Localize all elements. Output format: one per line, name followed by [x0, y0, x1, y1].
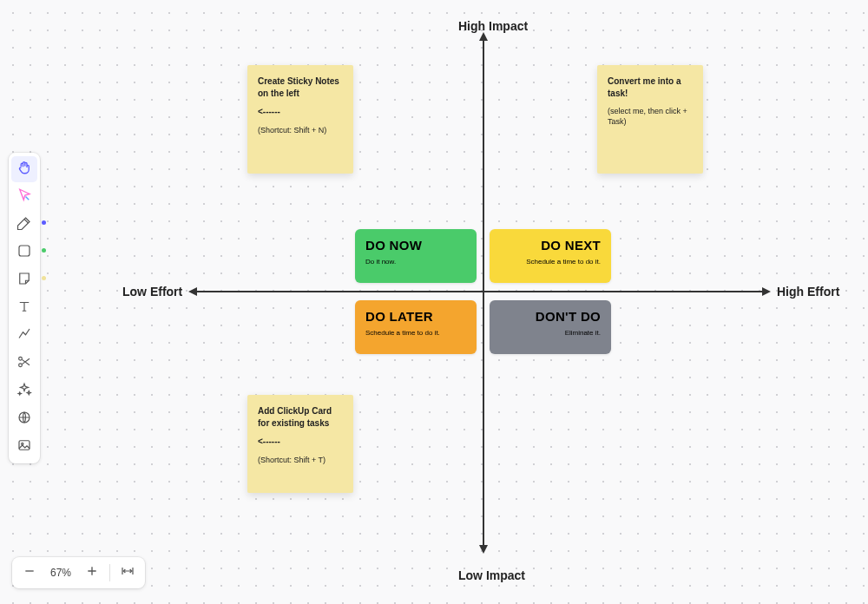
- quadrant-dont-do[interactable]: DON'T DO Eliminate it.: [490, 300, 611, 354]
- sticky-main-text: Create Sticky Notes on the left: [258, 76, 343, 99]
- plus-icon: [85, 564, 99, 581]
- scissors-tool[interactable]: [11, 351, 37, 377]
- svg-rect-0: [19, 246, 30, 256]
- quadrant-do-next[interactable]: DO NEXT Schedule a time to do it.: [490, 229, 611, 283]
- image-tool[interactable]: [11, 434, 37, 460]
- quadrant-title: DON'T DO: [500, 309, 601, 324]
- note-icon: [16, 271, 32, 290]
- horizontal-axis: [195, 291, 764, 292]
- quadrant-title: DO NOW: [365, 238, 466, 253]
- quadrant-subtitle: Schedule a time to do it.: [500, 258, 601, 266]
- square-icon: [16, 243, 32, 262]
- canvas[interactable]: High Impact Low Impact Low Effort High E…: [0, 0, 868, 604]
- web-tool[interactable]: [11, 406, 37, 432]
- sticky-main-text: Add ClickUp Card for existing tasks: [258, 405, 343, 429]
- axis-label-left: Low Effort: [122, 285, 182, 299]
- svg-point-1: [19, 357, 23, 360]
- zoom-out-button[interactable]: [17, 561, 42, 585]
- svg-rect-4: [19, 441, 30, 450]
- sticky-sub-text: (Shortcut: Shift + N): [258, 125, 343, 135]
- connector-icon: [16, 326, 32, 345]
- divider: [109, 564, 110, 581]
- svg-point-2: [19, 364, 23, 367]
- sticky-tool[interactable]: [11, 267, 37, 293]
- sticky-arrow-text: <------: [258, 106, 343, 118]
- pen-icon: [16, 215, 32, 234]
- select-tool[interactable]: [11, 184, 37, 210]
- sparkle-icon: [16, 382, 32, 401]
- hand-icon: [16, 160, 32, 179]
- quadrant-subtitle: Eliminate it.: [500, 329, 601, 337]
- zoom-in-button[interactable]: [80, 561, 104, 585]
- quadrant-do-later[interactable]: DO LATER Schedule a time to do it.: [355, 300, 477, 354]
- globe-icon: [16, 410, 32, 429]
- quadrant-title: DO NEXT: [500, 238, 601, 253]
- image-icon: [16, 437, 32, 456]
- shape-color-dot: [42, 248, 46, 253]
- minus-icon: [23, 564, 36, 581]
- sticky-note[interactable]: Convert me into a task! (select me, then…: [597, 65, 703, 174]
- quadrant-title: DO LATER: [365, 309, 466, 324]
- hand-tool[interactable]: [11, 156, 37, 182]
- sticky-note[interactable]: Add ClickUp Card for existing tasks <---…: [247, 395, 353, 493]
- pen-color-dot: [42, 220, 46, 225]
- fit-width-button[interactable]: [115, 561, 140, 585]
- connector-tool[interactable]: [11, 323, 37, 349]
- quadrant-subtitle: Schedule a time to do it.: [365, 329, 466, 337]
- sticky-sub-text: (select me, then click + Task): [608, 106, 693, 127]
- axis-label-right: High Effort: [777, 285, 839, 299]
- sticky-note[interactable]: Create Sticky Notes on the left <------ …: [247, 65, 353, 174]
- sticky-color-dot: [42, 276, 46, 280]
- sticky-main-text: Convert me into a task!: [608, 76, 693, 99]
- fit-width-icon: [121, 564, 135, 581]
- scissors-icon: [16, 354, 32, 373]
- pen-tool[interactable]: [11, 212, 37, 238]
- vertical-axis: [483, 39, 484, 547]
- quadrant-subtitle: Do it now.: [365, 258, 466, 266]
- text-icon: [16, 299, 32, 318]
- text-tool[interactable]: [11, 295, 37, 321]
- axis-label-top: High Impact: [458, 19, 528, 33]
- cursor-icon: [16, 187, 32, 207]
- sticky-sub-text: (Shortcut: Shift + T): [258, 455, 343, 465]
- zoom-level[interactable]: 67%: [45, 567, 76, 579]
- axis-label-bottom: Low Impact: [458, 568, 525, 582]
- left-toolbar: [9, 153, 40, 463]
- quadrant-do-now[interactable]: DO NOW Do it now.: [355, 229, 477, 283]
- zoom-controls: 67%: [12, 557, 145, 588]
- ai-tool[interactable]: [11, 378, 37, 404]
- shape-tool[interactable]: [11, 240, 37, 266]
- sticky-arrow-text: <------: [258, 436, 343, 448]
